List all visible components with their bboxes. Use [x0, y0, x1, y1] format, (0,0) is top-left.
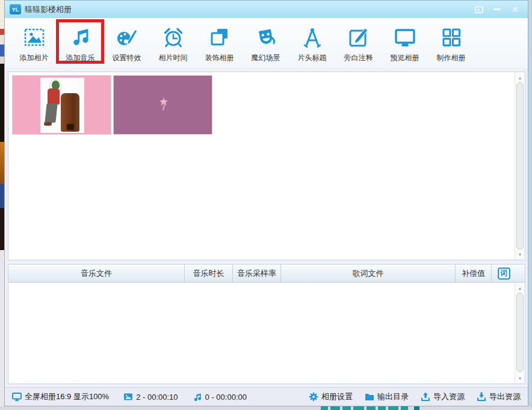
column-music-file[interactable]: 音乐文件: [8, 265, 185, 282]
display-info-text: 全屏相册16:9 显示100%: [25, 391, 109, 402]
music-scrollbar[interactable]: ▲ ▼: [515, 283, 525, 384]
toolbar-make-album[interactable]: 制作相册: [428, 20, 474, 68]
toolbar-label: 制作相册: [437, 53, 466, 63]
import-resources-label: 导入资源: [433, 391, 465, 402]
desktop-fragment: [0, 142, 4, 184]
illustration-part: [61, 93, 79, 132]
column-lyrics-file[interactable]: 歌词文件: [281, 265, 456, 282]
output-directory-label: 输出目录: [377, 391, 409, 402]
download-icon: [477, 392, 486, 402]
music-table-panel: 音乐文件 音乐时长 音乐采样率 歌词文件 补偿值 词 ▲ ▼: [8, 264, 525, 384]
toolbar-opening-title[interactable]: 片头标题: [289, 20, 335, 68]
display-info: 全屏相册16:9 显示100%: [12, 391, 109, 402]
photo-scrollbar[interactable]: ▲ ▼: [515, 72, 525, 260]
monitor-icon: [12, 392, 22, 402]
title-bar[interactable]: YL 猫猫影楼相册 ×: [5, 1, 528, 18]
add-music-icon: [69, 25, 93, 49]
scrollbar-thumb[interactable]: [516, 293, 524, 372]
output-directory-button[interactable]: 输出目录: [365, 391, 409, 402]
annotate-pencil-icon: [347, 25, 371, 49]
status-bar: 全屏相册16:9 显示100% 2 - 00:00:10 0 - 00:00:0…: [5, 387, 528, 406]
scroll-down-icon[interactable]: ▼: [515, 373, 525, 383]
toolbar-label: 装饰相册: [205, 53, 234, 63]
thumbnail-illustration: [40, 78, 84, 133]
desktop-fragment: [0, 29, 4, 35]
toolbar-label: 相片时间: [159, 53, 188, 63]
alarm-clock-icon: [161, 25, 185, 49]
photo-thumbnail-2[interactable]: [113, 75, 212, 135]
app-logo: YL: [10, 4, 21, 14]
scroll-down-icon[interactable]: ▼: [515, 249, 525, 259]
desktop-edge-bottom: [0, 406, 532, 410]
toolbar-magic-scene[interactable]: 魔幻场景: [243, 20, 289, 68]
folder-icon: [365, 392, 374, 402]
restore-button[interactable]: [470, 4, 488, 16]
scroll-up-icon[interactable]: ▲: [515, 73, 525, 82]
illustration-part: [162, 105, 165, 111]
toolbar-label: 添加相片: [20, 53, 49, 63]
toolbar-label: 设置特效: [113, 53, 141, 63]
desktop-fragment: [0, 44, 4, 57]
music-note-icon: [193, 392, 202, 402]
music-count-text: 0 - 00:00:00: [205, 393, 247, 402]
toolbar-label: 预览相册: [391, 53, 419, 63]
monitor-icon: [393, 25, 417, 49]
desktop-edge-right: [528, 0, 532, 410]
illustration-part: [48, 88, 60, 105]
toolbar-add-photo[interactable]: 添加相片: [11, 20, 57, 68]
close-icon: ×: [512, 4, 518, 14]
desktop-fragment: [0, 250, 4, 410]
illustration-part: [45, 103, 57, 123]
photo-count-text: 2 - 00:00:10: [136, 393, 178, 402]
desktop-fragment: [0, 64, 4, 142]
photo-thumbnail-1[interactable]: [12, 75, 111, 135]
toolbar-decorate-album[interactable]: 装饰相册: [196, 20, 243, 68]
scrollbar-thumb[interactable]: [516, 82, 524, 249]
illustration-part: [44, 122, 52, 126]
toolbar-label: 旁白注释: [344, 53, 373, 63]
export-resources-label: 导出资源: [489, 391, 521, 402]
toolbar-add-music[interactable]: 添加音乐: [57, 20, 104, 68]
minimize-button[interactable]: [488, 4, 506, 16]
desktop-fragment: [0, 57, 4, 64]
toolbar-photo-time[interactable]: 相片时间: [150, 20, 196, 68]
illustration-part: [67, 124, 74, 130]
status-actions: 相册设置 输出目录 导入资源 导出资源: [297, 391, 521, 402]
effects-palette-icon: [115, 25, 139, 49]
photo-list-panel[interactable]: ▲ ▼: [8, 72, 525, 260]
background-text-fragment: [414, 406, 419, 410]
close-button[interactable]: ×: [506, 4, 524, 16]
music-table-body[interactable]: [8, 283, 525, 384]
column-lyrics-badge[interactable]: 词: [492, 265, 516, 282]
scroll-up-icon[interactable]: ▲: [515, 283, 525, 293]
grid-squares-icon: [439, 25, 463, 49]
toolbar-narration[interactable]: 旁白注释: [335, 20, 382, 68]
toolbar-label: 添加音乐: [66, 53, 95, 63]
add-photo-icon: [22, 25, 46, 49]
desktop-fragment: [0, 0, 4, 29]
desktop-edge-left: [0, 0, 4, 410]
main-toolbar: 添加相片 添加音乐 设置特效: [5, 18, 528, 68]
column-music-duration[interactable]: 音乐时长: [185, 265, 233, 282]
album-settings-button[interactable]: 相册设置: [309, 391, 353, 402]
import-resources-button[interactable]: 导入资源: [421, 391, 465, 402]
album-settings-label: 相册设置: [321, 391, 353, 402]
desktop-fragment: [0, 184, 4, 208]
column-sample-rate[interactable]: 音乐采样率: [233, 265, 281, 282]
frames-icon: [208, 25, 232, 49]
gear-icon: [309, 392, 318, 402]
music-table-header: 音乐文件 音乐时长 音乐采样率 歌词文件 补偿值 词: [8, 265, 525, 283]
window-title: 猫猫影楼相册: [25, 4, 72, 15]
toolbar-preview-album[interactable]: 预览相册: [382, 20, 428, 68]
column-compensation[interactable]: 补偿值: [456, 265, 492, 282]
background-text-fragment: [321, 406, 408, 410]
upload-icon: [421, 392, 430, 402]
export-resources-button[interactable]: 导出资源: [477, 391, 521, 402]
toolbar-label: 魔幻场景: [252, 53, 280, 63]
music-count: 0 - 00:00:00: [193, 392, 247, 402]
photo-count: 2 - 00:00:10: [123, 392, 178, 402]
toolbar-set-effects[interactable]: 设置特效: [104, 20, 150, 68]
title-compass-icon: [300, 25, 324, 49]
desktop-fragment: [0, 208, 4, 250]
theater-mask-icon: [254, 25, 278, 49]
